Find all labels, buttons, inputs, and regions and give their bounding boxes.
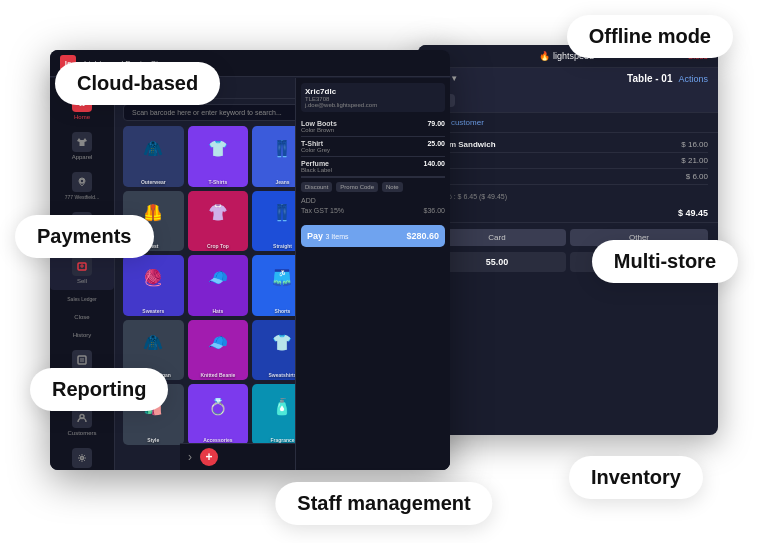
add-product-btn[interactable]: + xyxy=(200,448,218,466)
product-cell[interactable]: 🧶Sweaters xyxy=(123,255,184,316)
pos-item-price: $ 16.00 xyxy=(681,140,708,149)
cart-add-row: ADD xyxy=(301,196,445,205)
cart-panel: Xric7dlc TLE3708 j.doe@web.lightspeed.co… xyxy=(295,78,450,470)
cart-item-boots: Low Boots Color Brown 79.00 xyxy=(301,117,445,137)
promo-btn[interactable]: Promo Code xyxy=(336,182,378,192)
sidebar-item-history[interactable]: History xyxy=(50,326,114,344)
sidebar-item-sales-ledger[interactable]: Sales Ledger xyxy=(50,290,114,308)
svg-point-4 xyxy=(81,457,84,460)
pos-item-row: 1 Ham Sandwich $ 16.00 xyxy=(428,137,708,153)
pay-button[interactable]: Pay 3 Items $280.60 xyxy=(301,225,445,247)
customers-icon xyxy=(72,408,92,428)
pos-actions-btn[interactable]: Actions xyxy=(678,74,708,84)
pos-line-items: 1 Ham Sandwich $ 16.00 — $ 21.00 — $ 6.0… xyxy=(418,133,718,189)
sell-icon xyxy=(72,256,92,276)
customer-email: j.doe@web.lightspeed.com xyxy=(305,102,441,108)
payments-label: Payments xyxy=(15,215,154,258)
pos-item-price-3: $ 6.00 xyxy=(686,172,708,181)
bottom-bar: › + xyxy=(180,443,295,470)
settings-icon xyxy=(72,448,92,468)
cart-item-perfume: Perfume Black Label 140.00 xyxy=(301,157,445,177)
pos-table-bar: menu ▼ Table - 01 Actions xyxy=(418,68,718,89)
cart-add-section: Discount Promo Code Note ADD Tax GST 15%… xyxy=(301,177,445,220)
sidebar-item-settings[interactable]: Settings xyxy=(50,442,114,470)
pay-label: Pay 3 Items xyxy=(307,231,348,241)
pos-tax-line: 15.00% : $ 6.45 ($ 49.45) xyxy=(418,189,718,204)
cart-customer: Xric7dlc TLE3708 j.doe@web.lightspeed.co… xyxy=(301,83,445,112)
inventory-label: Inventory xyxy=(569,456,703,499)
product-cell[interactable]: 🧢Knitted Beanie xyxy=(188,320,249,381)
cart-tax-row: Tax GST 15% $36.00 xyxy=(301,205,445,216)
product-image: 🧥 xyxy=(123,126,184,171)
product-image: 🧢 xyxy=(188,320,249,365)
pos-add-customer[interactable]: + Add customer xyxy=(418,113,718,133)
product-image: 🧶 xyxy=(123,255,184,300)
pay-amount: $280.60 xyxy=(406,231,439,241)
multi-store-label: Multi-store xyxy=(592,240,738,283)
pos-item-row-2: — $ 21.00 xyxy=(428,153,708,169)
pos-table-info: Table - 01 Actions xyxy=(627,73,708,84)
offline-mode-label: Offline mode xyxy=(567,15,733,58)
product-image: 👚 xyxy=(188,191,249,236)
add-label: ADD xyxy=(301,197,316,204)
product-cell[interactable]: 🧢Hats xyxy=(188,255,249,316)
svg-point-0 xyxy=(80,179,84,183)
product-cell[interactable]: 👕T-Shirts xyxy=(188,126,249,187)
product-image: 👕 xyxy=(188,126,249,171)
svg-rect-2 xyxy=(78,356,86,364)
inventory-icon xyxy=(72,350,92,370)
product-label: Hats xyxy=(188,308,249,314)
discount-btn[interactable]: Discount xyxy=(301,182,332,192)
customer-name: Xric7dlc xyxy=(305,87,441,96)
product-image: 💍 xyxy=(188,384,249,429)
pos-table-name: Table - 01 xyxy=(627,73,672,84)
product-label: Outerwear xyxy=(123,179,184,185)
product-label: Crop Top xyxy=(188,243,249,249)
product-cell[interactable]: 🧥Outerwear xyxy=(123,126,184,187)
product-label: Style xyxy=(123,437,184,443)
pos-item-price-2: $ 21.00 xyxy=(681,156,708,165)
prev-arrow[interactable]: › xyxy=(188,450,192,464)
note-btn[interactable]: Note xyxy=(382,182,403,192)
cart-item-tshirt: T-Shirt Color Grey 25.00 xyxy=(301,137,445,157)
product-label: Sweaters xyxy=(123,308,184,314)
main-sidebar: Home Apparel 777 Westfield... Switch ▼ S… xyxy=(50,78,115,470)
location-icon xyxy=(72,172,92,192)
apparel-icon xyxy=(72,132,92,152)
product-cell[interactable]: 💍Accessories xyxy=(188,384,249,445)
sidebar-item-location[interactable]: 777 Westfield... xyxy=(50,166,114,206)
product-label: T-Shirts xyxy=(188,179,249,185)
sidebar-item-apparel[interactable]: Apparel xyxy=(50,126,114,166)
pos-total: $ 49.45 xyxy=(418,204,718,222)
main-content: Search for Products Retrieve Sale Park S… xyxy=(115,78,450,470)
pos-item-row-3: — $ 6.00 xyxy=(428,169,708,185)
staff-management-label: Staff management xyxy=(275,482,492,525)
pos-categories: Mains xyxy=(418,89,718,113)
sidebar-item-close[interactable]: Close xyxy=(50,308,114,326)
product-image: 🧥 xyxy=(123,320,184,365)
reporting-label: Reporting xyxy=(30,368,168,411)
product-image: 🧢 xyxy=(188,255,249,300)
product-label: Knitted Beanie xyxy=(188,372,249,378)
product-cell[interactable]: 👚Crop Top xyxy=(188,191,249,252)
cloud-based-label: Cloud-based xyxy=(55,62,220,105)
